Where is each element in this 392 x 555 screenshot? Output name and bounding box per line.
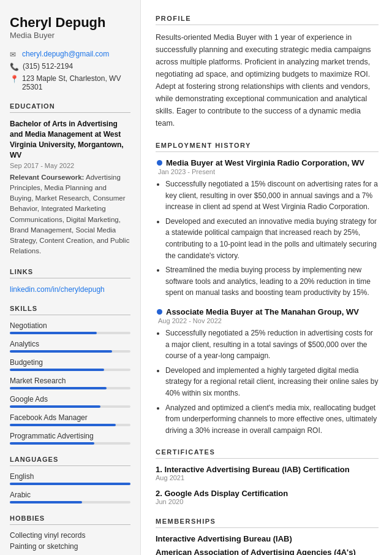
linkedin-link[interactable]: linkedin.com/in/cheryldepugh — [10, 285, 105, 294]
skill-bar-bg — [10, 369, 130, 371]
phone-icon: 📞 — [10, 63, 19, 71]
skill-bar-bg — [10, 442, 130, 445]
edu-degree: Bachelor of Arts in Advertising and Medi… — [10, 119, 130, 160]
skill-bar-fill — [10, 332, 97, 334]
coursework-text: Advertising Principles, Media Planning a… — [10, 174, 129, 255]
job-bullet: Analyzed and optimized a client's media … — [165, 402, 379, 437]
skills-list: Negotiation Analytics Budgeting Market R… — [10, 321, 130, 445]
employment-section: Employment History Media Buyer at West V… — [156, 142, 379, 436]
skill-item: Market Research — [10, 377, 130, 389]
profile-section-title: Profile — [156, 15, 379, 25]
lang-bar-bg — [10, 483, 130, 485]
job-bullet: Successfully negotiated a 15% discount o… — [165, 178, 379, 213]
job-bullet: Successfully negotiated a 25% reduction … — [165, 327, 379, 362]
skill-bar-fill — [10, 442, 94, 445]
lang-bar-fill — [10, 483, 130, 485]
cert-name: 2. Google Ads Display Certification — [156, 489, 379, 498]
candidate-name: Cheryl Depugh — [10, 15, 130, 31]
memberships-section-title: Memberships — [156, 518, 379, 528]
skill-item: Programmatic Advertising — [10, 432, 130, 445]
cert-name: 1. Interactive Advertising Bureau (IAB) … — [156, 465, 379, 474]
skill-bar-fill — [10, 424, 116, 426]
skill-bar-fill — [10, 369, 104, 371]
language-name: Arabic — [10, 491, 130, 499]
skill-item: Facebook Ads Manager — [10, 413, 130, 426]
languages-section-title: Languages — [10, 456, 130, 466]
edu-dates: Sep 2017 - May 2022 — [10, 162, 130, 169]
cert-item: 2. Google Ads Display Certification Jun … — [156, 489, 379, 505]
lang-bar-bg — [10, 501, 130, 503]
memberships-section: Memberships Interactive Advertising Bure… — [156, 518, 379, 555]
job-bullet: Developed and implemented a highly targe… — [165, 365, 379, 399]
hobbies-section-title: Hobbies — [10, 515, 130, 525]
skill-bar-bg — [10, 405, 130, 408]
links-section-title: Links — [10, 268, 130, 278]
language-name: English — [10, 472, 130, 481]
hobbies-list: Collecting vinyl recordsPainting or sket… — [10, 531, 130, 551]
certificates-section: Certificates 1. Interactive Advertising … — [156, 448, 379, 505]
cert-item: 1. Interactive Advertising Bureau (IAB) … — [156, 465, 379, 481]
languages-list: English Arabic — [10, 472, 130, 503]
skill-bar-fill — [10, 387, 107, 389]
jobs-list: Media Buyer at West Virginia Radio Corpo… — [156, 158, 379, 436]
phone-number: (315) 512-2194 — [23, 62, 73, 71]
job-dot — [157, 309, 162, 315]
job-bullets: Successfully negotiated a 15% discount o… — [157, 178, 379, 299]
hobby-item: Painting or sketching — [10, 542, 130, 551]
job-bullet: Developed and executed an innovative med… — [165, 216, 379, 261]
skills-section-title: Skills — [10, 305, 130, 315]
job-block: Associate Media Buyer at The Manahan Gro… — [156, 307, 379, 436]
job-bullet: Streamlined the media buying process by … — [165, 264, 379, 299]
email-link[interactable]: cheryl.depugh@gmail.com — [22, 50, 109, 58]
edu-coursework: Relevant Coursework: Advertising Princip… — [10, 172, 130, 257]
profile-text: Results-oriented Media Buyer with 1 year… — [156, 31, 379, 129]
membership-item: Interactive Advertising Bureau (IAB) — [156, 534, 379, 543]
certs-list: 1. Interactive Advertising Bureau (IAB) … — [156, 465, 379, 505]
cert-date: Jun 2020 — [156, 498, 379, 505]
skill-bar-bg — [10, 387, 130, 389]
skill-name: Negotiation — [10, 321, 130, 330]
job-dot — [157, 160, 162, 166]
language-item: English — [10, 472, 130, 485]
membership-item: American Association of Advertising Agen… — [156, 548, 379, 555]
contact-phone: 📞 (315) 512-2194 — [10, 62, 130, 71]
skill-bar-bg — [10, 350, 130, 353]
skill-name: Google Ads — [10, 395, 130, 404]
skill-name: Analytics — [10, 340, 130, 348]
skill-bar-fill — [10, 350, 112, 353]
skill-name: Budgeting — [10, 358, 130, 367]
hobby-item: Collecting vinyl records — [10, 531, 130, 540]
job-bullets: Successfully negotiated a 25% reduction … — [157, 327, 379, 436]
job-dates: Aug 2022 - Nov 2022 — [157, 317, 379, 324]
skill-item: Budgeting — [10, 358, 130, 371]
contact-email: ✉ cheryl.depugh@gmail.com — [10, 50, 130, 59]
profile-section: Profile Results-oriented Media Buyer wit… — [156, 15, 379, 129]
location-icon: 📍 — [10, 75, 18, 83]
job-block: Media Buyer at West Virginia Radio Corpo… — [156, 158, 379, 299]
skill-name: Market Research — [10, 377, 130, 385]
lang-bar-fill — [10, 501, 82, 503]
education-section-title: Education — [10, 102, 130, 113]
contact-block: ✉ cheryl.depugh@gmail.com 📞 (315) 512-21… — [10, 50, 130, 91]
job-title: Media Buyer at West Virginia Radio Corpo… — [157, 158, 379, 167]
language-item: Arabic — [10, 491, 130, 503]
job-dates: Jan 2023 - Present — [157, 168, 379, 175]
skill-name: Programmatic Advertising — [10, 432, 130, 440]
linkedin-link-item: linkedin.com/in/cheryldepugh — [10, 285, 130, 294]
left-column: Cheryl Depugh Media Buyer ✉ cheryl.depug… — [0, 0, 141, 555]
skill-bar-bg — [10, 332, 130, 334]
job-title: Associate Media Buyer at The Manahan Gro… — [157, 307, 379, 316]
contact-address: 📍 123 Maple St, Charleston, WV 25301 — [10, 74, 130, 91]
cert-date: Aug 2021 — [156, 474, 379, 481]
skill-bar-fill — [10, 405, 100, 408]
right-column: Profile Results-oriented Media Buyer wit… — [141, 0, 392, 555]
skill-item: Google Ads — [10, 395, 130, 408]
skill-item: Analytics — [10, 340, 130, 353]
resume-container: Cheryl Depugh Media Buyer ✉ cheryl.depug… — [0, 0, 392, 555]
skill-name: Facebook Ads Manager — [10, 413, 130, 422]
certificates-section-title: Certificates — [156, 448, 379, 459]
employment-section-title: Employment History — [156, 142, 379, 152]
skill-item: Negotiation — [10, 321, 130, 334]
address-text: 123 Maple St, Charleston, WV 25301 — [22, 74, 130, 91]
coursework-label: Relevant Coursework: — [10, 174, 84, 181]
